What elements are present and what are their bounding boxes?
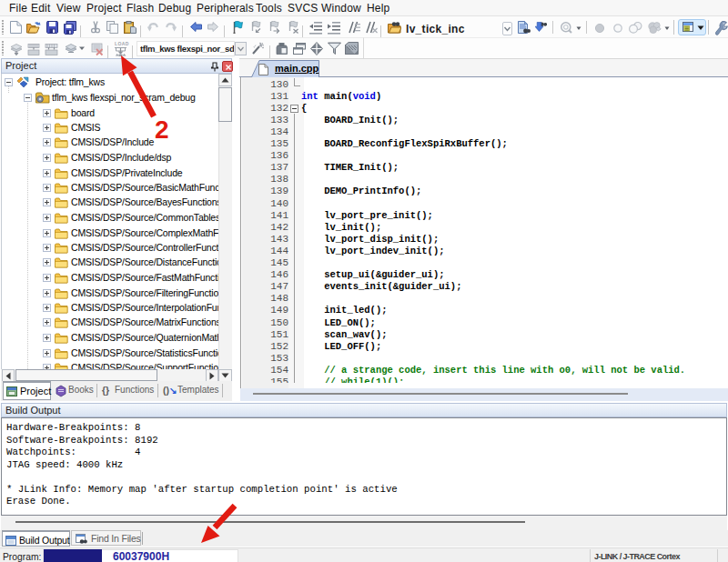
svg-text:2: 2 [155, 115, 169, 144]
